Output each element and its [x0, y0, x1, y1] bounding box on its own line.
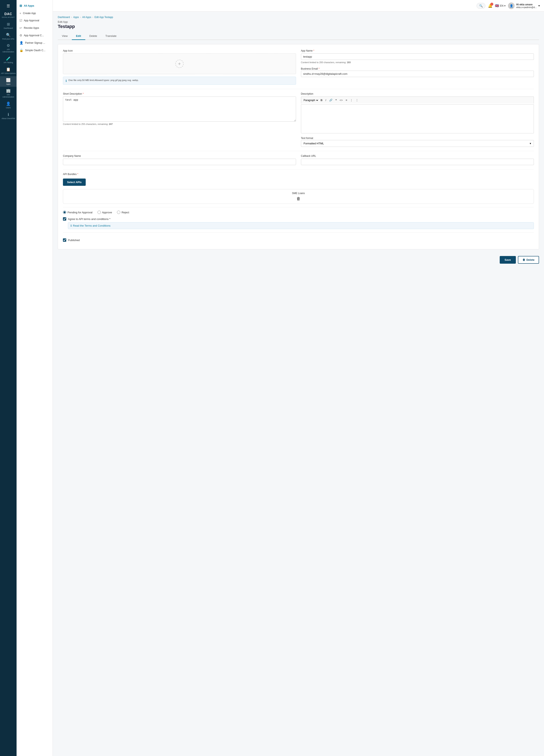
sidebar-item-label: Site Administration — [1, 94, 16, 98]
breadcrumb: Dashboard › Apps › All Apps › Edit App T… — [58, 16, 539, 19]
app-approval-c-icon: ⚙ — [19, 34, 22, 37]
bundle-name: SME Loans — [292, 192, 305, 195]
terms-checkbox-input[interactable] — [63, 217, 66, 221]
sidebar-item-site-admin[interactable]: 🏢 Site Administration — [0, 87, 17, 100]
editor-toolbar: Paragraph B I 🔗 ❝ <> ≡ ⋮ ⋮ — [301, 97, 534, 104]
nav-item-revoke-apps[interactable]: ↩ Revoke Apps — [17, 24, 53, 32]
divider-5 — [63, 232, 534, 233]
ordered-list-btn[interactable]: ⋮ — [349, 98, 354, 102]
delete-button[interactable]: 🗑 Delete — [518, 256, 539, 264]
terms-link[interactable]: Read the Terms and Conditions — [73, 224, 111, 227]
sidebar-item-api-subscriptions[interactable]: 📋 API Subscriptions — [0, 65, 17, 76]
sidebar-item-apps[interactable]: ⬜ Apps — [0, 76, 17, 87]
sidebar: ☰ DAC DIGITAL APICRAFT ⊞ Dashboard 🔍 Fin… — [0, 0, 17, 756]
radio-pending-input[interactable] — [63, 211, 66, 214]
radio-pending[interactable]: Pending for Approval — [63, 211, 93, 214]
sidebar-item-dashboard[interactable]: ⊞ Dashboard — [0, 20, 17, 31]
nav-item-app-approval[interactable]: ☑ App Approval — [17, 17, 53, 24]
sidebar-item-label: About OneAPIM — [1, 117, 15, 120]
tab-edit[interactable]: Edit — [72, 33, 85, 40]
more-btn[interactable]: ⋮ — [354, 98, 359, 102]
nav-item-label: Partner Signup ... — [25, 41, 45, 44]
sidebar-item-users[interactable]: 👤 Users — [0, 100, 17, 111]
api-bundles-label: API Bundles * — [63, 173, 534, 176]
required-star: * — [77, 173, 78, 176]
radio-reject[interactable]: Reject — [117, 211, 129, 214]
nav-item-all-apps[interactable]: ⊞ All Apps — [17, 2, 53, 10]
revoke-apps-icon: ↩ — [19, 26, 22, 30]
short-desc-textarea[interactable]: test app — [63, 97, 296, 122]
blockquote-btn[interactable]: ❝ — [334, 98, 338, 102]
sidebar-item-label: Users — [6, 107, 11, 109]
nav-item-create-app[interactable]: + Create App — [17, 10, 53, 17]
text-format-select[interactable]: Formatted HTML ▾ — [301, 140, 534, 147]
terms-info-icon: ℹ — [71, 224, 72, 227]
avatar: 👤 — [508, 2, 515, 9]
link-btn[interactable]: 🔗 — [328, 98, 333, 102]
breadcrumb-dashboard[interactable]: Dashboard — [58, 16, 70, 19]
breadcrumb-all-apps[interactable]: All Apps — [82, 16, 91, 19]
tab-view[interactable]: View — [58, 33, 72, 40]
radio-approve[interactable]: Approve — [98, 211, 112, 214]
user-chevron-icon: ▾ — [538, 4, 540, 7]
required-star: * — [109, 217, 110, 221]
site-admin-icon: 🏢 — [6, 88, 11, 93]
notification-bell[interactable]: 🔔 0 — [488, 4, 492, 8]
sidebar-item-label: Dashboard — [4, 27, 13, 29]
terms-checkbox[interactable]: Agree to API terms and conditions * — [63, 217, 534, 221]
sidebar-item-find-apis[interactable]: 🔍 Find your APIs — [0, 31, 17, 42]
italic-btn[interactable]: I — [324, 98, 327, 102]
app-name-input[interactable] — [301, 53, 534, 60]
language-selector[interactable]: 🇬🇧 EN ▾ — [495, 4, 505, 8]
tab-delete[interactable]: Delete — [85, 33, 101, 40]
api-bundle-card: SME Loans 🗑 — [63, 189, 534, 204]
left-nav: ⊞ All Apps + Create App ☑ App Approval ↩… — [17, 0, 53, 756]
company-name-label: Company Name — [63, 155, 296, 157]
sidebar-item-api-admin[interactable]: ⚙ API Administration — [0, 42, 17, 55]
bold-btn[interactable]: B — [319, 98, 323, 102]
user-menu[interactable]: 👤 Hi ekta umare ekta.u+padmin@d... ▾ — [508, 2, 540, 9]
sidebar-item-label: API Administration — [1, 48, 16, 53]
radio-approve-input[interactable] — [98, 211, 101, 214]
description-editor[interactable] — [301, 104, 534, 133]
radio-reject-input[interactable] — [117, 211, 120, 214]
company-name-input[interactable] — [63, 159, 296, 165]
radio-approve-label: Approve — [102, 211, 112, 214]
published-checkbox-input[interactable] — [63, 238, 66, 242]
text-format-value: Formatted HTML — [304, 142, 324, 145]
hamburger-btn[interactable]: ☰ — [5, 2, 12, 10]
short-desc-label: Short Description * — [63, 92, 296, 95]
nav-item-app-approval-c[interactable]: ⚙ App Approval C... — [17, 32, 53, 39]
search-icon: 🔍 — [479, 4, 483, 7]
upload-plus-icon[interactable]: + — [175, 60, 184, 68]
topbar-search[interactable]: 🔍 — [476, 3, 485, 9]
description-label: Description — [301, 92, 534, 95]
breadcrumb-apps[interactable]: Apps — [73, 16, 79, 19]
api-testing-icon: 🧪 — [6, 56, 11, 61]
paragraph-select[interactable]: Paragraph — [303, 99, 319, 102]
select-apis-btn[interactable]: Select APIs — [63, 179, 86, 186]
terms-link-row: ℹ Read the Terms and Conditions — [68, 222, 534, 229]
text-format-label: Text format — [301, 137, 534, 140]
users-icon: 👤 — [6, 101, 11, 106]
partner-signup-icon: 👤 — [19, 41, 23, 45]
sidebar-item-about[interactable]: ℹ About OneAPIM — [0, 111, 17, 121]
save-button[interactable]: Save — [500, 256, 516, 264]
nav-item-simple-oauth[interactable]: 🔒 Simple Oauth C... — [17, 47, 53, 54]
bundle-delete-btn[interactable]: 🗑 — [296, 196, 300, 201]
tab-translate[interactable]: Translate — [101, 33, 121, 40]
list-btn[interactable]: ≡ — [345, 98, 348, 102]
code-btn[interactable]: <> — [339, 98, 344, 102]
terms-label: Agree to API terms and conditions * — [68, 217, 110, 221]
nav-item-label: All Apps — [24, 4, 34, 7]
api-bundles-field: API Bundles * Select APIs SME Loans 🗑 — [63, 173, 534, 204]
icon-upload-area[interactable]: + — [63, 53, 296, 74]
nav-item-partner-signup[interactable]: 👤 Partner Signup ... — [17, 39, 53, 47]
language-label: EN — [500, 4, 503, 7]
published-checkbox[interactable]: Published — [63, 238, 80, 242]
sidebar-item-label: API Testing — [4, 62, 13, 64]
business-email-input[interactable] — [301, 71, 534, 77]
sidebar-item-api-testing[interactable]: 🧪 API Testing — [0, 55, 17, 65]
main-content: Dashboard › Apps › All Apps › Edit App T… — [53, 12, 544, 756]
callback-url-input[interactable] — [301, 159, 534, 165]
